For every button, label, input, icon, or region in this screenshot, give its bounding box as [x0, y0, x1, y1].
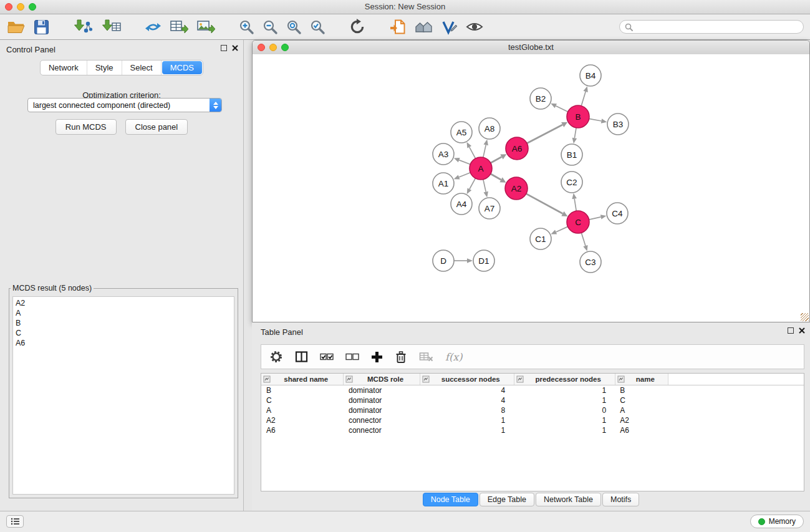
graph-node-D[interactable]: D: [433, 250, 454, 271]
tab-style[interactable]: Style: [87, 60, 122, 75]
graph-edge[interactable]: [581, 92, 586, 106]
graph-edge[interactable]: [589, 118, 602, 121]
graph-node-C[interactable]: C: [567, 211, 589, 233]
graph-node-D1[interactable]: D1: [473, 250, 494, 271]
column-header-successor-nodes[interactable]: successor nodes: [420, 374, 514, 385]
mcds-result-item[interactable]: A6: [16, 338, 234, 348]
graph-node-B4[interactable]: B4: [580, 65, 601, 86]
close-panel-button[interactable]: Close panel: [125, 119, 188, 135]
document-export-button[interactable]: [388, 18, 407, 36]
mcds-result-item[interactable]: B: [16, 318, 234, 328]
refresh-button[interactable]: [349, 18, 366, 36]
graph-edge[interactable]: [491, 157, 502, 163]
vizmapper-button[interactable]: [441, 19, 458, 36]
graph-edge[interactable]: [470, 178, 476, 189]
graph-node-C3[interactable]: C3: [580, 251, 601, 273]
graph-node-A[interactable]: A: [470, 157, 492, 180]
deselect-all-button[interactable]: [345, 350, 360, 364]
table-row[interactable]: Adominator80A: [261, 405, 804, 415]
zoom-in-button[interactable]: [238, 19, 255, 36]
column-header-shared-name[interactable]: shared name: [261, 374, 344, 385]
mcds-result-item[interactable]: A: [16, 308, 234, 318]
mcds-result-item[interactable]: C: [16, 328, 234, 338]
graph-node-C4[interactable]: C4: [607, 203, 628, 224]
graph-node-A8[interactable]: A8: [479, 118, 500, 139]
table-row[interactable]: Cdominator41C: [261, 395, 804, 405]
zoom-fit-button[interactable]: [286, 19, 302, 36]
import-network-button[interactable]: [72, 18, 94, 36]
graph-edge[interactable]: [459, 160, 470, 165]
mcds-result-list[interactable]: A2ABCA6: [12, 296, 234, 495]
close-panel-icon[interactable]: [232, 45, 238, 51]
graph-node-C1[interactable]: C1: [530, 228, 551, 249]
table-row[interactable]: A2connector11A2: [261, 415, 804, 425]
table-row[interactable]: A6connector11A6: [261, 425, 804, 435]
tab-network-table[interactable]: Network Table: [536, 493, 601, 506]
search-field[interactable]: [619, 20, 804, 34]
graph-node-A3[interactable]: A3: [433, 143, 454, 165]
show-graphics-button[interactable]: [465, 19, 484, 34]
graph-node-B1[interactable]: B1: [561, 144, 582, 165]
graph-edge[interactable]: [491, 174, 501, 180]
graph-edge[interactable]: [574, 199, 576, 211]
column-header-name[interactable]: name: [615, 374, 668, 385]
save-session-button[interactable]: [33, 19, 50, 36]
search-input[interactable]: [636, 22, 798, 32]
float-table-panel-icon[interactable]: [788, 327, 794, 334]
export-image-button[interactable]: [196, 18, 216, 36]
run-mcds-button[interactable]: Run MCDS: [55, 119, 117, 135]
function-builder-button[interactable]: f(x): [445, 351, 463, 364]
graph-edge[interactable]: [483, 145, 486, 157]
table-row[interactable]: Bdominator41B: [261, 385, 804, 396]
graph-node-B[interactable]: B: [567, 105, 589, 128]
tab-node-table[interactable]: Node Table: [423, 493, 478, 506]
graph-edge[interactable]: [556, 106, 567, 112]
home-button[interactable]: [414, 19, 434, 36]
graph-node-C2[interactable]: C2: [561, 172, 582, 193]
graph-edge[interactable]: [459, 173, 470, 177]
tab-motifs[interactable]: Motifs: [602, 493, 639, 506]
graph-edge[interactable]: [483, 180, 486, 192]
graph-edge[interactable]: [589, 217, 601, 220]
graph-edge[interactable]: [556, 226, 568, 232]
graph-node-A5[interactable]: A5: [451, 122, 472, 143]
memory-button[interactable]: Memory: [750, 515, 804, 528]
export-network-button[interactable]: [144, 18, 162, 36]
open-session-button[interactable]: [6, 19, 26, 36]
graph-node-A6[interactable]: A6: [506, 137, 528, 160]
resize-grip-icon[interactable]: [801, 313, 809, 321]
add-column-button[interactable]: [370, 351, 383, 364]
tab-network[interactable]: Network: [41, 60, 87, 75]
graph-node-B3[interactable]: B3: [607, 114, 629, 135]
graph-node-A7[interactable]: A7: [479, 198, 500, 219]
zoom-selected-button[interactable]: [309, 19, 326, 36]
graph-edge[interactable]: [526, 194, 563, 214]
show-panels-button[interactable]: [6, 515, 24, 528]
column-header-predecessor-nodes[interactable]: predecessor nodes: [514, 374, 615, 385]
graph-edge[interactable]: [581, 233, 586, 246]
delete-column-button[interactable]: [394, 350, 408, 364]
zoom-out-button[interactable]: [262, 19, 279, 36]
criterion-dropdown[interactable]: largest connected component (directed): [27, 98, 222, 112]
graph-node-A1[interactable]: A1: [433, 173, 454, 194]
graph-edge[interactable]: [574, 128, 576, 138]
delete-table-button[interactable]: [418, 351, 434, 363]
tab-edge-table[interactable]: Edge Table: [480, 493, 534, 506]
graph-node-A2[interactable]: A2: [505, 177, 528, 200]
dropdown-stepper-icon[interactable]: [210, 99, 221, 112]
graph-edge[interactable]: [470, 147, 476, 158]
select-all-button[interactable]: [319, 350, 334, 364]
network-window-titlebar[interactable]: testGlobe.txt: [253, 41, 809, 55]
graph-node-B2[interactable]: B2: [530, 88, 551, 109]
graph-node-A4[interactable]: A4: [451, 193, 472, 215]
import-table-button[interactable]: [100, 18, 122, 36]
float-panel-icon[interactable]: [221, 45, 227, 51]
network-canvas[interactable]: B4B2BB3A5A8A6A3B1AA1C2A2A4A7C4CC1C3DD1: [253, 54, 809, 322]
tab-mcds[interactable]: MCDS: [162, 61, 202, 74]
graph-edge[interactable]: [527, 125, 562, 143]
toggle-columns-button[interactable]: [294, 350, 309, 364]
mcds-result-item[interactable]: A2: [16, 298, 234, 308]
column-header-mcds-role[interactable]: MCDS role: [344, 374, 420, 385]
table-settings-button[interactable]: [269, 349, 284, 364]
tab-select[interactable]: Select: [122, 60, 162, 75]
